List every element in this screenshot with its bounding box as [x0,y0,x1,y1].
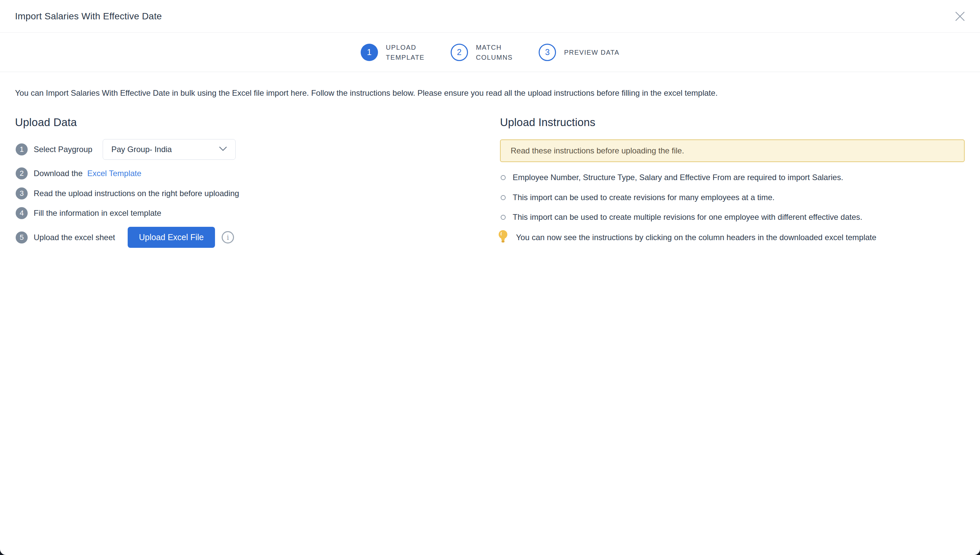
lightbulb-icon [498,230,508,245]
paygroup-dropdown[interactable]: Pay Group- India [103,139,236,160]
stepper-step-preview-data[interactable]: 3 PREVIEW DATA [539,44,619,61]
stepper-step-3-circle: 3 [539,44,556,61]
instruction-bullet: This import can be used to create revisi… [500,191,775,204]
select-paygroup-label: Select Paygroup [34,145,92,154]
upload-data-heading: Upload Data [15,116,77,129]
upload-step-download-template: 2 Download the Excel Template [15,167,141,180]
fill-information-label: Fill the information in excel template [34,209,161,218]
step-number-badge: 4 [16,207,28,219]
instruction-bullet: This import can be used to create multip… [500,210,862,224]
stepper-step-1-label: UPLOAD TEMPLATE [386,42,425,63]
instructions-warning-banner: Read these instructions before uploading… [500,140,965,162]
stepper-step-2-label: MATCH COLUMNS [476,42,513,63]
stepper-step-3-label: PREVIEW DATA [564,47,619,57]
stepper-step-1-circle: 1 [361,44,378,61]
info-icon[interactable]: i [222,231,234,244]
upload-instructions-heading: Upload Instructions [500,116,595,129]
instruction-bullet-text: This import can be used to create multip… [513,212,862,222]
close-icon [954,10,966,24]
instruction-tip: You can now see the instructions by clic… [498,228,876,247]
download-the-label: Download the [34,169,83,178]
bullet-circle-icon [501,215,506,220]
import-description: You can Import Salaries With Effective D… [15,87,832,99]
instruction-bullet-text: This import can be used to create revisi… [513,193,775,202]
modal-title: Import Salaries With Effective Date [15,11,162,22]
stepper-step-upload-template[interactable]: 1 UPLOAD TEMPLATE [361,42,425,63]
upload-step-read-instructions: 3 Read the upload instructions on the ri… [15,187,239,200]
instruction-bullet: Employee Number, Structure Type, Salary … [500,171,843,184]
step-number-badge: 1 [16,143,28,156]
close-button[interactable] [953,9,967,24]
step-number-badge: 2 [16,167,28,180]
paygroup-dropdown-value: Pay Group- India [111,145,219,154]
bullet-circle-icon [501,195,506,200]
stepper-step-match-columns[interactable]: 2 MATCH COLUMNS [451,42,513,63]
modal-header: Import Salaries With Effective Date [0,0,980,33]
excel-template-link[interactable]: Excel Template [87,169,141,178]
warning-banner-text: Read these instructions before uploading… [511,146,684,156]
import-salaries-modal: Import Salaries With Effective Date 1 UP… [0,0,980,555]
upload-step-select-paygroup: 1 Select Paygroup Pay Group- India [15,139,92,160]
upload-step-fill-information: 4 Fill the information in excel template [15,207,161,220]
instruction-bullet-text: Employee Number, Structure Type, Salary … [513,173,843,182]
upload-sheet-label: Upload the excel sheet [34,233,115,242]
step-number-badge: 5 [16,231,28,244]
chevron-down-icon [219,146,227,152]
stepper-step-2-circle: 2 [451,44,468,61]
upload-step-upload-sheet: 5 Upload the excel sheet Upload Excel Fi… [15,227,115,248]
bullet-circle-icon [501,175,506,180]
instruction-tip-text: You can now see the instructions by clic… [516,233,876,242]
stepper: 1 UPLOAD TEMPLATE 2 MATCH COLUMNS 3 PREV… [0,33,980,72]
upload-excel-file-button[interactable]: Upload Excel File [128,227,215,248]
read-instructions-label: Read the upload instructions on the righ… [34,189,239,198]
step-number-badge: 3 [16,188,28,199]
